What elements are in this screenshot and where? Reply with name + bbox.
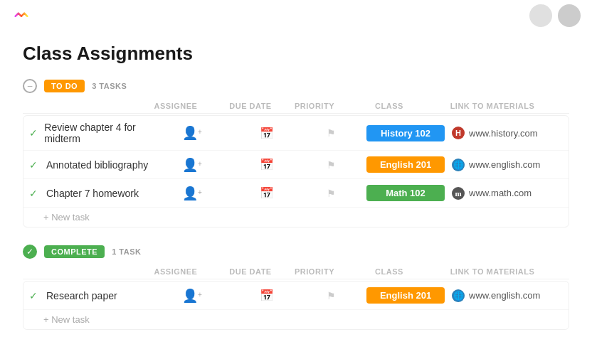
check-icon: ✓ [29,290,41,301]
due-date-cell[interactable]: 📅 [231,289,302,302]
class-cell: History 102 [359,125,452,141]
section-toggle-todo[interactable]: – [23,79,37,93]
user-avatar-button[interactable] [529,4,552,27]
task-name: Research paper [46,290,117,301]
flag-icon: ⚑ [327,127,336,139]
section-header-todo: –TO DO3 TASKS [23,79,569,93]
section-badge-complete: COMPLETE [44,245,105,258]
priority-cell[interactable]: ⚑ [302,290,359,301]
col-header-2: DUE DATE [215,267,286,276]
flag-icon: ⚑ [327,188,336,199]
link-icon: 🌐 [452,159,465,171]
task-cell: ✓Chapter 7 homework [26,188,153,199]
due-date-cell[interactable]: 📅 [231,127,302,140]
section-badge-todo: TO DO [44,80,85,92]
table-row[interactable]: ✓Annotated bibliography👤+📅⚑English 201🌐w… [23,151,569,179]
link-cell[interactable]: Hwww.history.com [452,127,566,139]
col-header-5: LINK TO MATERIALS [435,102,549,110]
task-cell: ✓Annotated bibliography [26,159,153,171]
calendar-icon: 📅 [260,127,274,140]
sections-container: –TO DO3 TASKSASSIGNEEDUE DATEPRIORITYCLA… [23,79,569,330]
tasks-container-todo: ✓Review chapter 4 for midterm👤+📅⚑History… [23,115,569,228]
task-cell: ✓Research paper [26,290,153,301]
check-icon: ✓ [29,127,38,139]
col-header-3: PRIORITY [286,102,343,110]
col-header-1: ASSIGNEE [137,267,215,276]
class-badge: English 201 [366,287,445,304]
due-date-cell[interactable]: 📅 [231,186,302,200]
flag-icon: ⚑ [327,159,336,171]
assignee-icon: 👤+ [182,157,202,173]
class-badge: English 201 [366,156,445,173]
link-icon: H [452,127,465,139]
section-count-complete: 1 TASK [112,247,141,256]
link-text: www.history.com [469,128,538,139]
col-header-5: LINK TO MATERIALS [435,267,549,276]
section-complete: ✓COMPLETE1 TASKASSIGNEEDUE DATEPRIORITYC… [23,245,569,330]
link-icon: m [452,187,465,200]
link-text: www.english.com [469,290,540,301]
class-cell: English 201 [359,287,452,304]
col-header-4: CLASS [343,102,435,110]
link-text: www.math.com [469,188,532,198]
assignee-cell[interactable]: 👤+ [153,157,231,173]
col-header-1: ASSIGNEE [137,102,215,110]
assignee-cell[interactable]: 👤+ [153,125,231,141]
class-badge: History 102 [366,125,445,141]
col-header-2: DUE DATE [215,102,286,110]
menu-button[interactable] [558,4,581,27]
calendar-icon: 📅 [260,186,274,200]
task-name: Annotated bibliography [46,159,148,171]
link-cell[interactable]: 🌐www.english.com [452,159,566,171]
col-header-4: CLASS [343,267,435,276]
assignee-cell[interactable]: 👤+ [153,186,231,201]
assignee-icon: 👤+ [182,125,202,141]
section-toggle-complete[interactable]: ✓ [23,245,37,259]
assignee-icon: 👤+ [182,288,202,304]
main-content: Class Assignments –TO DO3 TASKSASSIGNEED… [0,31,592,364]
col-header-0 [43,267,137,276]
link-icon: 🌐 [452,289,465,302]
task-name: Review chapter 4 for midterm [44,122,153,144]
calendar-icon: 📅 [260,289,274,302]
assignee-cell[interactable]: 👤+ [153,288,231,304]
class-cell: English 201 [359,156,452,173]
check-icon: ✓ [29,159,41,171]
table-row[interactable]: ✓Review chapter 4 for midterm👤+📅⚑History… [23,116,569,151]
flag-icon: ⚑ [327,290,336,301]
column-headers: ASSIGNEEDUE DATEPRIORITYCLASSLINK TO MAT… [23,264,569,279]
assignee-icon: 👤+ [182,186,202,201]
due-date-cell[interactable]: 📅 [231,158,302,171]
logo [11,4,31,27]
section-header-complete: ✓COMPLETE1 TASK [23,245,569,259]
calendar-icon: 📅 [260,158,274,171]
section-count-todo: 3 TASKS [92,82,127,90]
task-name: Chapter 7 homework [46,188,139,199]
task-cell: ✓Review chapter 4 for midterm [26,122,153,144]
check-icon: ✓ [29,188,41,199]
link-text: www.english.com [469,159,540,170]
col-header-0 [43,102,137,110]
priority-cell[interactable]: ⚑ [302,127,359,139]
priority-cell[interactable]: ⚑ [302,159,359,171]
page-title: Class Assignments [23,43,569,65]
new-task-button-complete[interactable]: + New task [23,310,569,329]
section-todo: –TO DO3 TASKSASSIGNEEDUE DATEPRIORITYCLA… [23,79,569,228]
top-bar [0,0,592,31]
link-cell[interactable]: mwww.math.com [452,187,566,200]
link-cell[interactable]: 🌐www.english.com [452,289,566,302]
class-cell: Math 102 [359,185,452,201]
tasks-container-complete: ✓Research paper👤+📅⚑English 201🌐www.engli… [23,281,569,330]
priority-cell[interactable]: ⚑ [302,188,359,199]
column-headers: ASSIGNEEDUE DATEPRIORITYCLASSLINK TO MAT… [23,99,569,114]
table-row[interactable]: ✓Chapter 7 homework👤+📅⚑Math 102mwww.math… [23,179,569,208]
class-badge: Math 102 [366,185,445,201]
col-header-3: PRIORITY [286,267,343,276]
table-row[interactable]: ✓Research paper👤+📅⚑English 201🌐www.engli… [23,282,569,310]
new-task-button-todo[interactable]: + New task [23,208,569,227]
